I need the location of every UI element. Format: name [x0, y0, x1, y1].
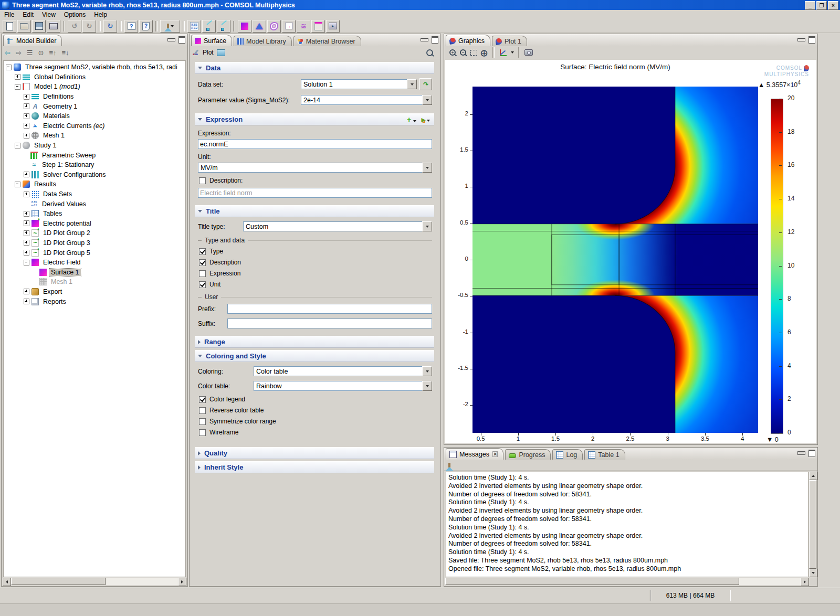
messages-log[interactable]: Solution time (Study 1): 4 s.Avoided 2 i… — [446, 472, 808, 577]
tree-item-label[interactable]: Reports — [41, 298, 68, 305]
expand-icon[interactable] — [24, 299, 29, 304]
tree-item[interactable]: Results — [4, 179, 185, 189]
tree-item-label[interactable]: 1D Plot Group 2 — [41, 229, 92, 237]
contour-plot-button[interactable] — [267, 20, 281, 33]
zoom-to-selection-icon[interactable] — [426, 49, 433, 56]
tree-item-label[interactable]: Materials — [41, 112, 71, 120]
update-solution-button[interactable]: ↻ — [103, 20, 117, 33]
clear-plot-button[interactable] — [160, 20, 180, 33]
expand-icon[interactable] — [24, 113, 29, 119]
model-builder-tab[interactable]: Model Builder — [3, 35, 62, 46]
settings-tab-model-library[interactable]: Model Library — [234, 36, 292, 46]
tree-item[interactable]: Study 1 — [4, 141, 185, 151]
tree-item-label[interactable]: Step 1: Stationary — [40, 161, 96, 168]
menu-view[interactable]: View — [38, 10, 60, 19]
zoom-in-button[interactable]: + — [448, 48, 457, 57]
close-button[interactable]: × — [828, 1, 838, 10]
tree-item-label[interactable]: 1D Plot Group 3 — [41, 239, 92, 247]
tree-item[interactable]: Export — [4, 287, 185, 297]
expand-icon[interactable] — [24, 192, 29, 197]
minimize-button[interactable]: _ — [805, 1, 815, 10]
collapse-icon[interactable] — [15, 84, 20, 90]
panel-maximize-icon[interactable] — [432, 36, 438, 44]
open-button[interactable] — [17, 20, 31, 33]
messages-tab-progress[interactable]: Progress — [505, 449, 551, 460]
messages-tab-messages[interactable]: Messages× — [446, 448, 503, 460]
go-to-source-button[interactable]: ↷ — [419, 78, 432, 90]
tree-item[interactable]: 8.85e-12Derived Values — [4, 199, 185, 209]
section-quality-header[interactable]: Quality — [195, 447, 434, 459]
tree-item[interactable]: Surface 1 — [4, 267, 185, 277]
graphics-tab-plot-1[interactable]: Plot 1 — [492, 36, 527, 46]
plot-in-button[interactable] — [217, 49, 225, 56]
settings-tab-surface[interactable]: Surface — [191, 35, 232, 46]
description-checkbox[interactable] — [199, 177, 206, 184]
messages-hscrollbar[interactable] — [445, 578, 809, 585]
tree-item[interactable]: Global Definitions — [4, 72, 185, 82]
tree-item-label[interactable]: Electric Currents (ec) — [41, 122, 106, 130]
tree-item[interactable]: AGeometry 1 — [4, 101, 185, 111]
panel-maximize-icon[interactable] — [178, 36, 185, 44]
tree-item-label[interactable]: Electric Field — [41, 259, 82, 266]
print-button[interactable] — [47, 20, 60, 33]
tree-item-label[interactable]: Solver Configurations — [41, 171, 108, 178]
tree-item[interactable]: Parametric Sweep — [4, 150, 185, 160]
documentation-button[interactable]: ? — [139, 20, 153, 33]
axis-orientation-dropdown[interactable] — [511, 51, 514, 54]
expand-icon[interactable] — [15, 74, 20, 80]
title-unit-checkbox[interactable] — [199, 281, 206, 288]
tree-item[interactable]: ~1D Plot Group 3 — [4, 238, 185, 248]
coloring-wireframe-checkbox[interactable] — [199, 429, 206, 436]
expand-icon[interactable] — [24, 94, 29, 100]
tree-item-label[interactable]: Derived Values — [40, 200, 88, 208]
collapse-icon[interactable] — [6, 65, 12, 70]
tree-item[interactable]: Electric potential — [4, 219, 185, 229]
show-all-icon[interactable]: ⊙ — [38, 49, 44, 56]
arrow-plot-button[interactable] — [253, 20, 266, 33]
messages-tab-log[interactable]: Log — [552, 449, 583, 460]
tree-item-label[interactable]: Model 1 (mod1) — [33, 83, 82, 90]
close-tab-icon[interactable]: × — [492, 451, 498, 457]
settings-tab-material-browser[interactable]: Material Browser — [293, 36, 361, 46]
menu-options[interactable]: Options — [60, 10, 90, 19]
expand-icon[interactable] — [24, 123, 29, 129]
panel-maximize-icon[interactable] — [808, 36, 815, 44]
move-down-icon[interactable]: ≡↓ — [61, 49, 69, 56]
unit-select[interactable]: MV/m — [198, 163, 432, 173]
section-title-header[interactable]: Title — [195, 205, 434, 217]
restore-button[interactable]: ❐ — [816, 1, 827, 10]
collapse-all-icon[interactable]: ☰ — [27, 49, 33, 56]
tree-item-label[interactable]: 1D Plot Group 5 — [41, 249, 92, 257]
expand-icon[interactable] — [24, 289, 29, 294]
coloring-color-legend-checkbox[interactable] — [199, 396, 206, 403]
tree-item-label[interactable]: Three segment MoS2, variable rhob, rhos … — [24, 63, 179, 71]
insert-expression-button[interactable]: ▶ — [422, 116, 430, 123]
help-button[interactable]: ? — [124, 20, 138, 33]
tree-item-label[interactable]: Global Definitions — [33, 73, 87, 81]
section-coloring-header[interactable]: Coloring and Style — [195, 350, 434, 362]
tree-item[interactable]: Reports — [4, 296, 185, 306]
tree-item[interactable]: Model 1 (mod1) — [4, 82, 185, 92]
line-probe-button[interactable] — [217, 20, 230, 33]
plot-canvas[interactable]: Surface: Electric field norm (MV/m) COMS… — [445, 60, 816, 443]
tree-item[interactable]: Definitions — [4, 92, 185, 102]
panel-minimize-icon[interactable] — [797, 451, 805, 455]
streamline-plot-button[interactable]: → — [282, 20, 296, 33]
model-tree-hscrollbar[interactable] — [3, 578, 186, 585]
undo-button[interactable]: ↺ — [68, 20, 81, 33]
tree-item-label[interactable]: Results — [33, 180, 58, 188]
global-plot-button[interactable]: ≋ — [297, 20, 310, 33]
expand-icon[interactable] — [24, 103, 29, 109]
expand-icon[interactable] — [24, 211, 29, 217]
dataset-select[interactable]: Solution 1 — [301, 79, 417, 89]
tree-item-label[interactable]: Mesh 1 — [41, 132, 66, 139]
section-range-header[interactable]: Range — [195, 336, 434, 348]
surface-plot-button[interactable] — [238, 20, 251, 33]
collapse-icon[interactable] — [15, 182, 20, 187]
panel-minimize-icon[interactable] — [167, 38, 175, 41]
tree-item[interactable]: Mesh 1 — [4, 131, 185, 141]
tree-item[interactable]: ≈Step 1: Stationary — [4, 160, 185, 170]
tree-item-label[interactable]: Mesh 1 — [49, 278, 74, 285]
section-expression-header[interactable]: Expression + ▶ — [195, 113, 434, 125]
redo-button[interactable]: ↻ — [82, 20, 96, 33]
